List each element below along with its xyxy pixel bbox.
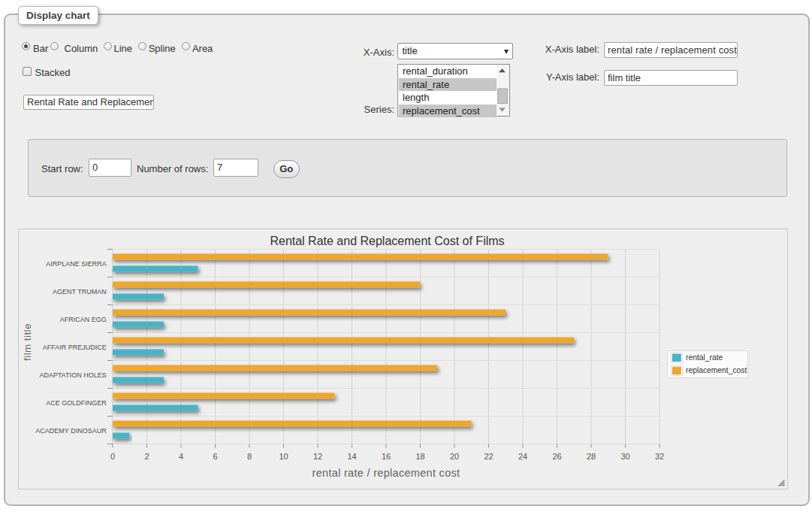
svg-text:AFRICAN EGG: AFRICAN EGG: [60, 316, 107, 323]
svg-text:AGENT TRUMAN: AGENT TRUMAN: [53, 288, 107, 295]
svg-text:film title: film title: [22, 323, 33, 361]
svg-text:20: 20: [450, 452, 459, 461]
svg-text:2: 2: [144, 452, 149, 461]
svg-text:AFFAIR PREJUDICE: AFFAIR PREJUDICE: [43, 344, 107, 351]
svg-text:0: 0: [110, 452, 115, 461]
svg-text:16: 16: [382, 452, 391, 461]
svg-text:30: 30: [620, 452, 629, 461]
svg-text:AIRPLANE SIERRA: AIRPLANE SIERRA: [46, 260, 107, 268]
svg-text:26: 26: [552, 452, 561, 461]
svg-text:ACADEMY DINOSAUR: ACADEMY DINOSAUR: [35, 427, 107, 435]
svg-text:8: 8: [247, 452, 252, 461]
svg-text:32: 32: [655, 452, 664, 461]
svg-text:Rental Rate and Replacement Co: Rental Rate and Replacement Cost of Film…: [270, 235, 504, 247]
svg-text:rental_rate: rental_rate: [686, 353, 723, 362]
svg-text:4: 4: [179, 452, 183, 461]
svg-text:24: 24: [518, 452, 527, 461]
svg-text:ACE GOLDFINGER: ACE GOLDFINGER: [46, 399, 107, 407]
svg-text:28: 28: [587, 452, 596, 461]
svg-text:6: 6: [213, 452, 217, 461]
svg-text:12: 12: [313, 452, 322, 461]
svg-text:replacement_cost: replacement_cost: [686, 366, 747, 374]
svg-text:rental rate / replacement cost: rental rate / replacement cost: [312, 467, 460, 479]
svg-text:18: 18: [415, 452, 424, 461]
svg-text:22: 22: [484, 452, 493, 461]
svg-text:ADAPTATION HOLES: ADAPTATION HOLES: [40, 371, 107, 379]
svg-text:14: 14: [347, 452, 356, 461]
svg-text:10: 10: [279, 452, 288, 461]
